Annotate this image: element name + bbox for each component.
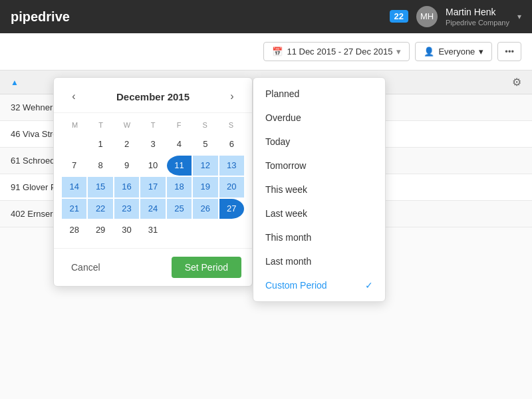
calendar-day[interactable]: 29 <box>88 220 112 240</box>
calendar-grid: M T W T F S S 12345678910111213141516171… <box>54 113 252 248</box>
logo: pipedrive <box>11 9 70 25</box>
calendar-day[interactable]: 22 <box>88 199 112 219</box>
calendar-day[interactable]: 2 <box>114 134 139 154</box>
calendar-day[interactable]: 23 <box>114 199 139 219</box>
calendar-icon: 📅 <box>272 47 283 57</box>
dropdown-item[interactable]: Planned <box>253 82 385 106</box>
logo-text: pipedrive <box>11 9 70 25</box>
user-info: Martin Henk Pipedrive Company <box>446 6 509 27</box>
more-options-button[interactable]: ••• <box>497 42 521 61</box>
calendar-day[interactable]: 16 <box>114 177 139 197</box>
calendar-day[interactable]: 13 <box>219 156 244 176</box>
calendar-day[interactable]: 14 <box>62 177 86 197</box>
sort-icon: ▲ <box>11 78 19 87</box>
user-name: Martin Henk <box>446 6 509 18</box>
table-settings-icon[interactable]: ⚙ <box>512 76 521 88</box>
date-range-chevron: ▾ <box>396 47 401 57</box>
calendar-day[interactable]: 8 <box>88 156 112 176</box>
calendar-day[interactable]: 17 <box>140 177 165 197</box>
dropdown-item[interactable]: Today <box>253 130 385 154</box>
calendar-footer: Cancel Set Period <box>54 248 252 286</box>
calendar-day[interactable]: 10 <box>140 156 165 176</box>
calendar-day[interactable]: 30 <box>114 220 139 240</box>
toolbar: 📅 11 Dec 2015 - 27 Dec 2015 ▾ 👤 Everyone… <box>0 33 532 70</box>
period-dropdown: PlannedOverdueTodayTomorrowThis weekLast… <box>253 77 386 302</box>
calendar-days: 1234567891011121314151617181920212223242… <box>62 134 244 240</box>
people-icon: 👤 <box>424 47 434 57</box>
calendar-day[interactable]: 15 <box>88 177 112 197</box>
calendar-day-empty <box>62 134 86 154</box>
calendar-day[interactable]: 1 <box>88 134 112 154</box>
calendar-day[interactable]: 31 <box>140 220 165 240</box>
dropdown-item[interactable]: This week <box>253 178 385 201</box>
check-icon: ✓ <box>365 280 373 291</box>
header-right: 22 MH Martin Henk Pipedrive Company ▾ <box>390 6 521 27</box>
calendar-day-names: M T W T F S S <box>62 118 244 132</box>
calendar-day[interactable]: 26 <box>193 199 217 219</box>
calendar-day[interactable]: 20 <box>219 177 244 197</box>
header: pipedrive 22 MH Martin Henk Pipedrive Co… <box>0 0 532 33</box>
calendar-next-button[interactable]: › <box>223 87 241 106</box>
people-filter-button[interactable]: 👤 Everyone ▾ <box>415 42 492 61</box>
calendar-day[interactable]: 5 <box>193 134 217 154</box>
calendar-day[interactable]: 21 <box>62 199 86 219</box>
dropdown-item[interactable]: Last week <box>253 201 385 225</box>
calendar-month-title: December 2015 <box>116 91 190 102</box>
calendar-day[interactable]: 3 <box>140 134 165 154</box>
calendar-day[interactable]: 27 <box>219 199 244 219</box>
calendar-day[interactable]: 25 <box>167 199 192 219</box>
calendar-day[interactable]: 12 <box>193 156 217 176</box>
calendar-day[interactable]: 19 <box>193 177 217 197</box>
calendar-prev-button[interactable]: ‹ <box>65 87 83 106</box>
date-range-button[interactable]: 📅 11 Dec 2015 - 27 Dec 2015 ▾ <box>263 42 410 61</box>
dropdown-item[interactable]: This month <box>253 225 385 249</box>
calendar-day[interactable]: 7 <box>62 156 86 176</box>
dropdown-item[interactable]: Tomorrow <box>253 154 385 178</box>
date-range-label: 11 Dec 2015 - 27 Dec 2015 <box>287 47 392 57</box>
calendar-day[interactable]: 6 <box>219 134 244 154</box>
people-filter-chevron: ▾ <box>479 47 483 57</box>
calendar-popup: ‹ December 2015 › M T W T F S S 12345678… <box>53 77 253 287</box>
avatar: MH <box>416 6 438 27</box>
user-menu-chevron[interactable]: ▾ <box>517 12 521 21</box>
main-area: ▲ ⚙ 32 Wehner Pass 46 Viva Stream Suite … <box>0 70 532 399</box>
dropdown-item[interactable]: Custom Period✓ <box>253 273 385 297</box>
cancel-button[interactable]: Cancel <box>65 258 107 277</box>
user-company: Pipedrive Company <box>446 18 509 27</box>
notification-badge[interactable]: 22 <box>390 10 408 23</box>
calendar-day[interactable]: 18 <box>167 177 192 197</box>
calendar-day[interactable]: 24 <box>140 199 165 219</box>
dropdown-item[interactable]: Overdue <box>253 106 385 130</box>
calendar-day[interactable]: 4 <box>167 134 192 154</box>
people-filter-label: Everyone <box>438 47 475 57</box>
dropdown-item[interactable]: Last month <box>253 249 385 273</box>
calendar-day[interactable]: 28 <box>62 220 86 240</box>
set-period-button[interactable]: Set Period <box>172 257 241 278</box>
calendar-day[interactable]: 11 <box>167 156 192 176</box>
calendar-header: ‹ December 2015 › <box>54 78 252 113</box>
calendar-day[interactable]: 9 <box>114 156 139 176</box>
